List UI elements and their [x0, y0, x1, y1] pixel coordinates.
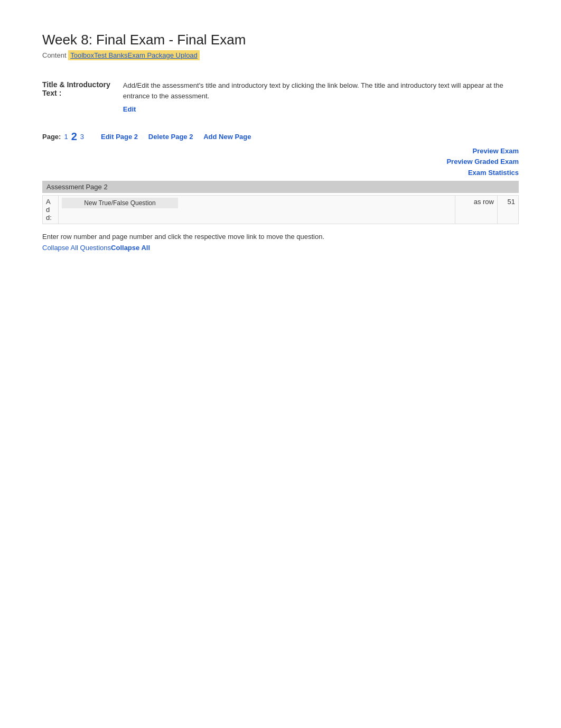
delete-page-link[interactable]: Delete Page 2 [148, 133, 193, 141]
content-nav: Content ToolboxTest BanksExam Package Up… [42, 51, 519, 59]
page-label: Page: [42, 133, 61, 141]
question-desc: New True/False Question [59, 195, 455, 224]
footer-links: Collapse All QuestionsCollapse All [42, 244, 519, 252]
question-letter-a: A d d: [43, 195, 59, 224]
page-navigation-container: Page: 1 2 3 Edit Page 2 Delete Page 2 Ad… [42, 131, 519, 179]
preview-graded-exam-link[interactable]: Preview Graded Exam [446, 156, 519, 168]
page-3-link[interactable]: 3 [80, 133, 84, 141]
edit-page-link[interactable]: Edit Page 2 [101, 133, 138, 141]
title-intro-label: Title & Introductory Text : [42, 80, 118, 97]
table-row: A d d: New True/False Question as row 51 [43, 195, 519, 224]
edit-title-link[interactable]: Edit [123, 105, 136, 113]
collapse-all-bold: Collapse All [111, 244, 150, 252]
exam-package-link[interactable]: Exam Package Upload [128, 51, 198, 59]
page-title: Week 8: Final Exam - Final Exam [42, 32, 519, 48]
assessment-page-header: Assessment Page 2 [42, 181, 519, 193]
as-row-label: as row [455, 195, 498, 224]
preview-exam-link[interactable]: Preview Exam [473, 146, 519, 157]
page-1-link[interactable]: 1 [64, 133, 68, 141]
title-intro-description: Add/Edit the assessment's title and intr… [123, 80, 519, 101]
question-table: A d d: New True/False Question as row 51 [42, 195, 519, 224]
footer-text: Enter row number and page number and cli… [42, 233, 519, 241]
right-links: Preview Exam Preview Graded Exam Exam St… [42, 146, 519, 179]
exam-statistics-link[interactable]: Exam Statistics [468, 168, 519, 179]
test-banks-link[interactable]: Test Banks [94, 51, 128, 59]
collapse-all-questions-link[interactable]: Collapse All Questions [42, 244, 111, 252]
page-2-link[interactable]: 2 [71, 131, 77, 143]
page-nav-row: Page: 1 2 3 Edit Page 2 Delete Page 2 Ad… [42, 131, 519, 143]
title-intro-section: Title & Introductory Text : Add/Edit the… [42, 80, 519, 115]
row-number: 51 [498, 195, 519, 224]
add-new-page-link[interactable]: Add New Page [203, 133, 251, 141]
toolbox-link[interactable]: Toolbox [70, 51, 94, 59]
content-label: Content [42, 51, 67, 59]
new-true-false-button[interactable]: New True/False Question [62, 198, 178, 208]
nav-links-highlight: ToolboxTest BanksExam Package Upload [68, 50, 200, 60]
